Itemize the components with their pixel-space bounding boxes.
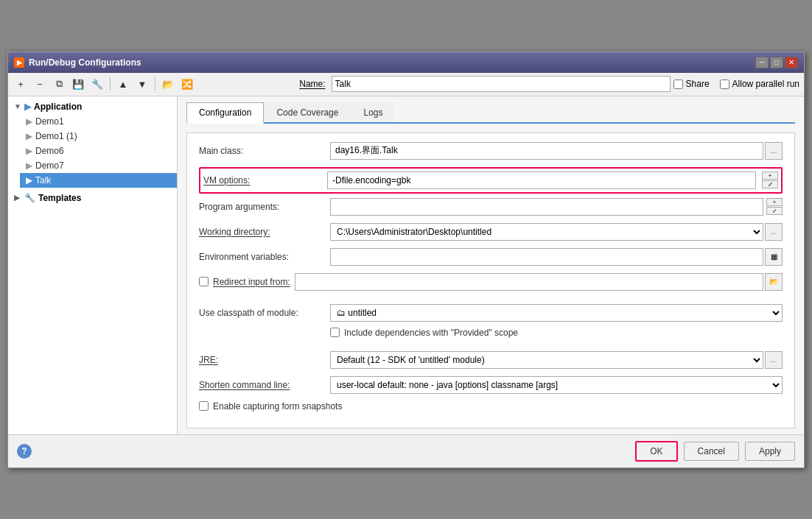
sidebar-item-label: Demo1 [35,116,64,127]
working-dir-browse-btn[interactable]: ... [765,223,783,241]
save-button[interactable]: 💾 [70,76,86,92]
templates-label: Templates [38,193,81,203]
help-button[interactable]: ? [17,444,32,459]
sidebar-item-demo1-1[interactable]: ▶ Demo1 (1) [20,129,177,144]
jre-select[interactable]: Default (12 - SDK of 'untitled' module) [330,351,763,369]
shorten-select[interactable]: user-local default: none - java [options… [330,376,783,394]
main-class-label: Main class: [199,146,324,156]
env-vars-row: Environment variables: ▦ [199,248,783,266]
sidebar-item-label: Demo1 (1) [35,131,77,141]
templates-expand-icon: ▶ [14,194,21,202]
window-title: Run/Debug Configurations [29,57,141,68]
env-vars-edit-btn[interactable]: ▦ [765,248,783,266]
content-area: ▼ ▶ Application ▶ Demo1 ▶ Demo1 (1) ▶ De… [8,96,804,434]
redirect-checkbox[interactable] [199,277,209,286]
copy-button[interactable]: ⧉ [51,76,67,92]
right-panel: Configuration Code Coverage Logs Main cl… [178,96,804,434]
redirect-input-group: 📂 [295,273,783,291]
include-deps-checkbox[interactable] [330,328,340,337]
templates-icon: 🔧 [24,193,35,203]
tab-logs[interactable]: Logs [351,102,395,122]
demo1-icon: ▶ [26,116,32,127]
program-args-input[interactable] [330,198,763,216]
demo1-1-icon: ▶ [26,131,32,141]
tab-configuration[interactable]: Configuration [186,102,264,124]
footer: ? OK Cancel Apply [8,434,804,467]
toolbar: + − ⧉ 💾 🔧 ▲ ▼ 📂 🔀 Name: Talk Share Allow… [8,73,804,96]
redirect-input[interactable] [295,273,763,291]
down-button[interactable]: ▼ [134,76,150,92]
sidebar-item-label: Talk [35,175,51,186]
sidebar-item-demo6[interactable]: ▶ Demo6 [20,144,177,158]
cancel-button[interactable]: Cancel [684,442,739,461]
sort-button[interactable]: 🔀 [179,76,195,92]
talk-icon: ▶ [26,175,32,186]
vm-fullscreen-btn[interactable]: ⤢ [762,180,778,188]
apply-button[interactable]: Apply [745,442,795,461]
minimize-button[interactable]: ─ [755,57,769,68]
main-window: ▶ Run/Debug Configurations ─ □ ✕ + − ⧉ 💾… [7,52,805,468]
share-checkbox-label[interactable]: Share [673,79,710,89]
classpath-row: Use classpath of module: 🗂 untitled [199,304,783,322]
include-deps-label: Include dependencies with "Provided" sco… [344,328,518,338]
vm-options-label: VM options: [203,175,321,186]
prog-args-expand-btn[interactable]: ⤢ [766,207,783,215]
parallel-checkbox-label[interactable]: Allow parallel run [720,79,799,89]
jre-group: Default (12 - SDK of 'untitled' module) … [330,351,783,369]
demo7-icon: ▶ [26,160,32,171]
application-icon: ▶ [24,102,31,112]
folder-button[interactable]: 📂 [160,76,176,92]
separator-2 [155,77,155,91]
working-dir-group: C:\Users\Administrator\Desktop\untitled … [330,223,783,241]
main-class-browse-btn[interactable]: ... [765,142,783,160]
vm-options-input[interactable] [327,172,756,189]
parallel-label: Allow parallel run [732,79,799,89]
shorten-label: Shorten command line: [199,380,324,390]
classpath-select[interactable]: 🗂 untitled [330,304,783,322]
jre-browse-btn[interactable]: ... [765,351,783,369]
jre-row: JRE: Default (12 - SDK of 'untitled' mod… [199,351,783,369]
tab-logs-label: Logs [363,107,382,118]
sidebar: ▼ ▶ Application ▶ Demo1 ▶ Demo1 (1) ▶ De… [8,96,178,434]
working-dir-row: Working directory: C:\Users\Administrato… [199,223,783,241]
title-bar-left: ▶ Run/Debug Configurations [14,57,141,68]
share-checkbox[interactable] [673,80,683,89]
redirect-row: Redirect input from: 📂 [199,273,783,291]
config-button[interactable]: 🔧 [89,76,105,92]
vm-expand-btn[interactable]: + [762,172,778,180]
capture-checkbox[interactable] [199,401,209,411]
remove-button[interactable]: − [32,76,48,92]
name-input[interactable]: Talk [332,76,671,92]
env-vars-group: ▦ [330,248,783,266]
maximize-button[interactable]: □ [770,57,783,68]
redirect-browse-btn[interactable]: 📂 [765,273,783,291]
sidebar-templates-group[interactable]: ▶ 🔧 Templates [8,191,177,205]
sidebar-application-group[interactable]: ▼ ▶ Application [8,99,177,114]
title-bar-controls: ─ □ ✕ [755,57,798,68]
prog-args-add-btn[interactable]: + [766,198,783,206]
sidebar-item-talk[interactable]: ▶ Talk [20,173,177,188]
vm-options-row: VM options: + ⤢ [199,167,783,194]
program-args-label: Program arguments: [199,202,324,212]
sidebar-item-demo7[interactable]: ▶ Demo7 [20,158,177,173]
tab-code-coverage[interactable]: Code Coverage [264,102,351,122]
capture-label: Enable capturing form snapshots [213,401,342,412]
working-dir-label: Working directory: [199,227,324,237]
sidebar-item-label: Demo6 [35,146,64,156]
parallel-checkbox[interactable] [720,80,729,89]
separator-1 [110,77,111,91]
footer-buttons: OK Cancel Apply [635,441,795,462]
sidebar-items: ▶ Demo1 ▶ Demo1 (1) ▶ Demo6 ▶ Demo7 ▶ [8,114,177,188]
up-button[interactable]: ▲ [115,76,131,92]
env-vars-input[interactable] [330,248,763,266]
main-class-input[interactable] [330,142,763,160]
sidebar-item-demo1[interactable]: ▶ Demo1 [20,114,177,129]
application-label: Application [34,102,82,112]
close-button[interactable]: ✕ [785,57,798,68]
tab-code-coverage-label: Code Coverage [276,107,338,118]
add-button[interactable]: + [13,76,29,92]
working-dir-select[interactable]: C:\Users\Administrator\Desktop\untitled [330,223,763,241]
name-label: Name: [299,79,325,89]
ok-button[interactable]: OK [635,441,677,462]
jre-label: JRE: [199,355,324,365]
